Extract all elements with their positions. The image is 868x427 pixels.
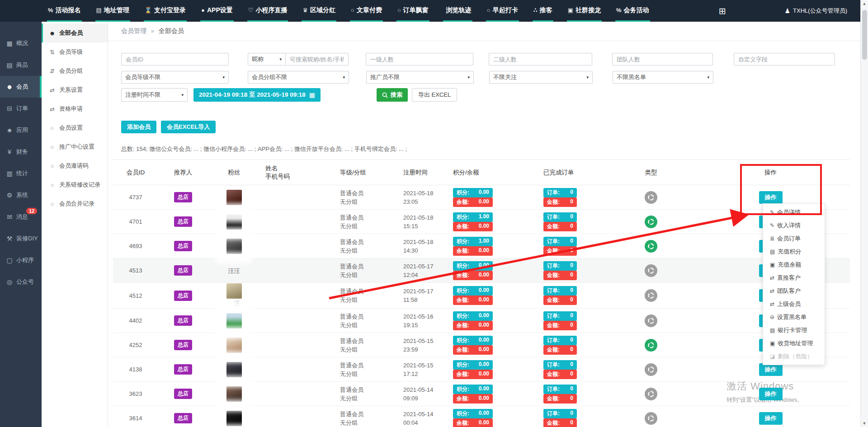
submenu-item[interactable]: ○ 关系链修改记录 bbox=[42, 175, 108, 194]
table-row[interactable]: 3614 总店 普通会员 无分组 2021-0 bbox=[113, 406, 850, 427]
reg-time-select[interactable]: 注册时间不限▾ bbox=[121, 88, 188, 102]
sidebar-item[interactable]: ♣ 应用 bbox=[0, 119, 42, 141]
top-nav-item[interactable]: ○ 订单飘窗 bbox=[396, 0, 429, 22]
sidebar-item[interactable]: ⚙ 系统 bbox=[0, 184, 42, 206]
avatar[interactable] bbox=[226, 239, 242, 254]
dropdown-menu-item[interactable]: ⊖ 设置黑名单 bbox=[763, 310, 825, 324]
avatar[interactable] bbox=[226, 214, 242, 230]
dropdown-menu-item[interactable]: ▤ 银行卡管理 bbox=[763, 324, 825, 337]
scroll-up-icon[interactable]: ▲ bbox=[863, 1, 867, 6]
row-operation-button[interactable]: 操作 bbox=[759, 412, 783, 425]
top-nav-item[interactable]: ♡ 小程序直播 bbox=[247, 0, 288, 22]
user-menu[interactable]: ♟ TXHL(公众号管理员) bbox=[785, 7, 847, 15]
sidebar-item[interactable]: ⚒ 装修DIY bbox=[0, 228, 42, 249]
table-row[interactable]: 4701 总店 普通会员 无分组 2021-0 bbox=[113, 210, 850, 234]
search-button[interactable]: 搜索 bbox=[377, 88, 408, 102]
dropdown-menu-item[interactable]: ▣ 收货地址管理 bbox=[763, 337, 825, 350]
top-nav-item[interactable]: ∴ 推客 bbox=[533, 0, 553, 22]
referrer-badge[interactable]: 总店 bbox=[174, 315, 192, 326]
export-excel-button[interactable]: 导出 EXCEL bbox=[412, 88, 457, 102]
scroll-down-icon[interactable]: ▼ bbox=[863, 421, 867, 426]
top-nav-item[interactable]: ○ 早起打卡 bbox=[486, 0, 519, 22]
top-nav-item[interactable]: % 活动报名 bbox=[47, 0, 82, 22]
submenu-item[interactable]: ○ 推广中心设置 bbox=[42, 137, 108, 156]
avatar[interactable] bbox=[226, 411, 242, 426]
table-row[interactable]: 4737 总店 普通会员 无分组 2021-0 bbox=[113, 185, 850, 210]
top-nav-item[interactable]: ▣ 社群接龙 bbox=[567, 0, 602, 22]
table-row[interactable]: 4693 总店 普通会员 无分组 2021-0 bbox=[113, 234, 850, 258]
scrollbar-thumb[interactable] bbox=[862, 10, 867, 60]
submenu-item[interactable]: ☻ 全部会员 bbox=[42, 23, 108, 42]
top-nav-item[interactable]: ⌛ 支付宝登录 bbox=[144, 0, 187, 22]
top-nav-item[interactable]: ○ 文章付费 bbox=[350, 0, 383, 22]
member-id-input[interactable] bbox=[121, 53, 229, 66]
excel-import-button[interactable]: 会员EXCEL导入 bbox=[161, 121, 216, 133]
submenu-item[interactable]: ⇅ 会员等级 bbox=[42, 42, 108, 61]
grid-icon[interactable]: ⊞ bbox=[719, 6, 726, 16]
top-nav-item[interactable]: % 会务活动 bbox=[615, 0, 650, 22]
table-row[interactable]: 4513 总店 汪汪 普通会员 无分组 2021 bbox=[113, 258, 850, 283]
table-row[interactable]: 3623 总店 普通会员 无分组 2021-0 bbox=[113, 382, 850, 406]
row-operation-button[interactable]: 操作 bbox=[759, 388, 783, 400]
referrer-badge[interactable]: 总店 bbox=[174, 192, 192, 202]
follow-select[interactable]: 不限关注▾ bbox=[489, 71, 593, 84]
submenu-item[interactable]: ○ 会员设置 bbox=[42, 118, 108, 137]
referrer-badge[interactable]: 总店 bbox=[174, 389, 192, 399]
date-range-button[interactable]: 2021-04-19 09:18 至 2021-05-19 09:18 ▦ bbox=[193, 88, 321, 102]
vertical-scrollbar[interactable]: ▲ ▼ bbox=[860, 0, 868, 427]
avatar[interactable] bbox=[226, 338, 242, 353]
avatar[interactable] bbox=[226, 313, 242, 328]
avatar[interactable] bbox=[226, 190, 242, 205]
referrer-badge[interactable]: 总店 bbox=[174, 413, 192, 423]
table-row[interactable]: 4138 总店 普通会员 无分组 2021-0 bbox=[113, 357, 850, 382]
member-group-select[interactable]: 会员分组不限▾ bbox=[248, 71, 349, 84]
avatar[interactable] bbox=[226, 283, 242, 299]
submenu-item[interactable]: ⇄ 资格申请 bbox=[42, 99, 108, 118]
submenu-item[interactable]: ○ 会员合并记录 bbox=[42, 194, 108, 213]
dropdown-menu-item[interactable]: ▣ 充值余额 bbox=[763, 258, 825, 271]
top-nav-item[interactable]: ▤ 地址管理 bbox=[95, 0, 130, 22]
add-member-button[interactable]: 添加会员 bbox=[121, 121, 156, 133]
sidebar-item[interactable]: ▥ 统计 bbox=[0, 163, 42, 184]
level2-count-input[interactable] bbox=[489, 53, 592, 66]
team-count-input[interactable] bbox=[612, 53, 713, 66]
referrer-badge[interactable]: 总店 bbox=[174, 291, 192, 301]
referrer-badge[interactable]: 总店 bbox=[174, 216, 192, 227]
nickname-type-select[interactable]: 昵称 ▾ bbox=[248, 53, 286, 66]
table-row[interactable]: 4252 总店 普通会员 无分组 2021-0 bbox=[113, 333, 850, 357]
promoter-select[interactable]: 推广员不限▾ bbox=[366, 71, 474, 84]
sidebar-item[interactable]: ¥ 财务 bbox=[0, 141, 42, 163]
dropdown-menu-item[interactable]: ✎ 会员详情 bbox=[763, 206, 825, 219]
dropdown-menu-item[interactable]: ≣ 会员订单 bbox=[763, 232, 825, 245]
sidebar-item[interactable]: ▤ 商品 bbox=[0, 54, 42, 76]
custom-field-input[interactable] bbox=[734, 53, 835, 66]
dropdown-menu-item[interactable]: ◪ 删除（危险） bbox=[763, 350, 825, 363]
avatar[interactable] bbox=[226, 362, 242, 377]
row-operation-button[interactable]: 操作 bbox=[759, 191, 783, 204]
sidebar-item[interactable]: ◎ 公众号 bbox=[0, 271, 42, 293]
referrer-badge[interactable]: 总店 bbox=[174, 241, 192, 251]
top-nav-item[interactable]: ● APP设置 bbox=[200, 0, 234, 22]
top-nav-item[interactable]: 浏览轨迹 bbox=[443, 0, 472, 22]
dropdown-menu-item[interactable]: ✎ 收入详情 bbox=[763, 219, 825, 232]
submenu-item[interactable]: ⇄ 关系设置 bbox=[42, 80, 108, 99]
nickname-search-input[interactable] bbox=[285, 53, 349, 66]
sidebar-item[interactable]: ☻ 会员 bbox=[0, 76, 42, 98]
avatar[interactable] bbox=[226, 386, 242, 402]
submenu-item[interactable]: ○ 会员邀请码 bbox=[42, 156, 108, 175]
dropdown-menu-item[interactable]: ⇄ 团队客户 bbox=[763, 284, 825, 297]
blacklist-select[interactable]: 不限黑名单▾ bbox=[613, 71, 713, 84]
table-row[interactable]: 4512 总店 、汪 普通会员 无分组 2021 bbox=[113, 283, 850, 309]
level1-count-input[interactable] bbox=[366, 53, 473, 66]
dropdown-menu-item[interactable]: ⇄ 直推客户 bbox=[763, 271, 825, 284]
referrer-badge[interactable]: 总店 bbox=[174, 340, 192, 350]
breadcrumb-section[interactable]: 会员管理 bbox=[121, 27, 146, 35]
referrer-badge[interactable]: 总店 bbox=[174, 364, 192, 375]
sidebar-item[interactable]: ▢ 小程序 bbox=[0, 249, 42, 271]
table-row[interactable]: 4402 总店 普通会员 无分组 2021-0 bbox=[113, 309, 850, 333]
submenu-item[interactable]: ⇵ 会员分组 bbox=[42, 61, 108, 80]
sidebar-item[interactable]: ✉ 消息 12 bbox=[0, 206, 42, 228]
dropdown-menu-item[interactable]: ▤ 充值积分 bbox=[763, 245, 825, 258]
sidebar-item[interactable]: ⊟ 订单 bbox=[0, 98, 42, 119]
sidebar-item[interactable]: ▦ 概况 bbox=[0, 33, 42, 54]
